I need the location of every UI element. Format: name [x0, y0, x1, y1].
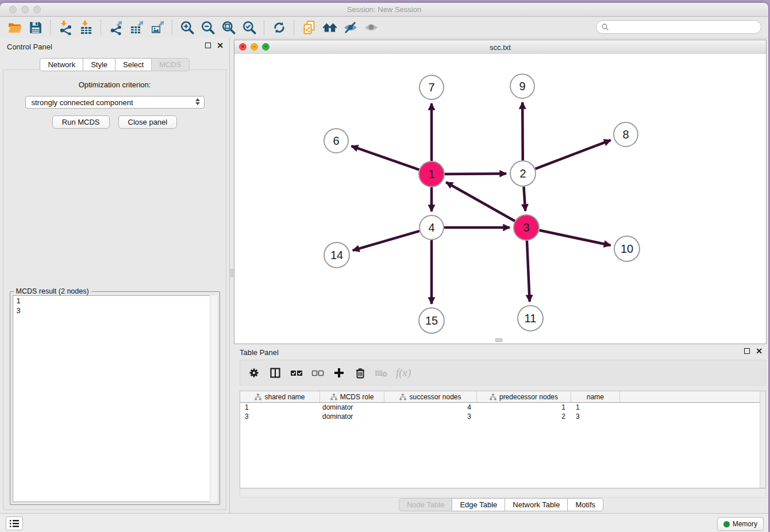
deselect-all-columns-button[interactable]	[310, 365, 326, 381]
close-table-panel-icon[interactable]: ✕	[756, 348, 763, 354]
refresh-layout-button[interactable]	[269, 19, 290, 36]
result-scrollbar[interactable]	[210, 295, 217, 502]
table-cell[interactable]: 3	[571, 413, 620, 421]
edge-4-14[interactable]	[353, 231, 419, 250]
table-cell[interactable]: 2	[477, 413, 571, 421]
node-label-11: 11	[525, 312, 537, 325]
table-cell[interactable]: 3	[384, 413, 477, 421]
show-eye-button[interactable]	[361, 19, 382, 36]
mcds-result-list[interactable]: 13	[13, 295, 217, 502]
node-label-10: 10	[621, 242, 633, 255]
column-header-label: shared name	[264, 393, 305, 401]
network-window: × − + scc.txt 7968124314101511	[234, 40, 767, 344]
edge-3-11[interactable]	[527, 241, 530, 302]
tab-style[interactable]: Style	[83, 58, 116, 71]
column-header-name[interactable]: name	[571, 391, 620, 402]
run-mcds-button[interactable]: Run MCDS	[52, 115, 110, 129]
mcds-result-item[interactable]: 1	[13, 296, 217, 306]
tab-motifs[interactable]: Motifs	[567, 498, 603, 511]
table-cell[interactable]: dominator	[320, 413, 384, 421]
column-header-label: MCDS role	[340, 393, 374, 401]
tab-mcds[interactable]: MCDS	[151, 58, 189, 71]
show-column-button[interactable]	[267, 365, 283, 381]
edge-2-3[interactable]	[524, 187, 526, 211]
edge-3-10[interactable]	[540, 230, 611, 245]
create-column-button[interactable]	[331, 365, 347, 381]
ndex-home-button[interactable]	[319, 19, 340, 36]
zoom-selected-button[interactable]	[239, 19, 260, 36]
search-input[interactable]	[609, 22, 761, 32]
float-panel-icon[interactable]	[205, 43, 211, 48]
table-row[interactable]: 1dominator411	[240, 403, 765, 412]
memory-button[interactable]: Memory	[717, 517, 764, 531]
window-titlebar: Session: New Session	[0, 3, 768, 17]
delete-table-button-disabled	[374, 365, 390, 381]
network-canvas[interactable]: 7968124314101511	[234, 54, 766, 344]
tab-node-table[interactable]: Node Table	[399, 498, 453, 511]
zoom-in-button[interactable]	[177, 19, 198, 36]
tab-network-table[interactable]: Network Table	[505, 498, 568, 511]
edge-3-1[interactable]	[446, 182, 515, 221]
node-label-2: 2	[519, 167, 526, 180]
network-and-table-region: × − + scc.txt 7968124314101511 Table Pan…	[234, 38, 768, 513]
search-icon	[601, 23, 609, 31]
column-header-shared-name[interactable]: shared name	[240, 391, 320, 402]
edge-2-8[interactable]	[536, 140, 611, 169]
column-header-predecessor-nodes[interactable]: predecessor nodes	[477, 391, 571, 402]
close-panel-icon[interactable]: ✕	[217, 43, 224, 48]
horizontal-splitter-handle[interactable]	[495, 338, 502, 342]
import-network-button[interactable]	[55, 19, 76, 36]
table-scrollbar[interactable]	[760, 391, 765, 488]
table-cell[interactable]: 1	[240, 403, 320, 411]
main-area: Control Panel ✕ Network Style Select MCD…	[0, 38, 768, 513]
tab-edge-table[interactable]: Edge Table	[452, 498, 505, 511]
table-hscroll-area[interactable]	[240, 488, 766, 498]
select-all-columns-button[interactable]	[288, 365, 305, 381]
splitter-handle[interactable]	[230, 269, 233, 277]
table-cell[interactable]: 1	[571, 403, 620, 411]
network-graph[interactable]: 7968124314101511	[234, 54, 766, 344]
edge-2-9[interactable]	[522, 102, 523, 160]
export-image-button[interactable]	[147, 19, 168, 36]
close-panel-button[interactable]: Close panel	[118, 115, 178, 129]
status-bar: Memory	[0, 513, 768, 532]
table-settings-button[interactable]	[246, 365, 262, 381]
criterion-dropdown[interactable]: strongly connected component	[25, 96, 205, 109]
save-session-button[interactable]	[25, 19, 46, 36]
column-header-MCDS-role[interactable]: MCDS role	[320, 391, 384, 402]
network-window-title: scc.txt	[234, 43, 766, 52]
open-session-button[interactable]	[5, 19, 25, 36]
export-network-button[interactable]	[106, 19, 126, 36]
memory-status-dot	[723, 521, 730, 527]
tab-network[interactable]: Network	[40, 58, 83, 71]
node-label-3: 3	[523, 221, 529, 234]
export-table-button[interactable]	[126, 19, 147, 36]
table-cell[interactable]: dominator	[320, 403, 384, 411]
import-table-button[interactable]	[76, 19, 97, 36]
unchecked-boxes-icon	[311, 367, 324, 379]
export-table-icon	[129, 20, 144, 35]
zoom-fit-button[interactable]	[218, 19, 239, 36]
toolbar-separator	[264, 20, 265, 35]
vertical-splitter[interactable]	[230, 38, 234, 513]
column-header-successor-nodes[interactable]: successor nodes	[384, 391, 477, 402]
table-cell[interactable]: 3	[240, 413, 320, 421]
zoom-out-button[interactable]	[198, 19, 218, 36]
task-history-button[interactable]	[6, 516, 23, 530]
hide-eye-button[interactable]	[340, 19, 361, 36]
tab-select[interactable]: Select	[115, 58, 152, 71]
toolbar-separator	[172, 20, 173, 35]
search-field[interactable]	[596, 20, 761, 34]
float-table-panel-icon[interactable]	[744, 348, 750, 354]
table-row[interactable]: 3dominator323	[240, 412, 765, 421]
toolbar-separator	[101, 20, 102, 35]
toolbar-separator	[50, 20, 51, 35]
table-panel-title: Table Panel	[240, 348, 279, 357]
table-cell[interactable]: 4	[384, 403, 477, 411]
edge-1-6[interactable]	[351, 146, 419, 169]
mcds-result-item[interactable]: 3	[13, 306, 217, 315]
table-cell[interactable]: 1	[477, 403, 571, 411]
cyndex-share-button[interactable]	[299, 19, 319, 36]
edge-1-2[interactable]	[445, 174, 506, 174]
delete-column-button[interactable]	[352, 365, 368, 381]
